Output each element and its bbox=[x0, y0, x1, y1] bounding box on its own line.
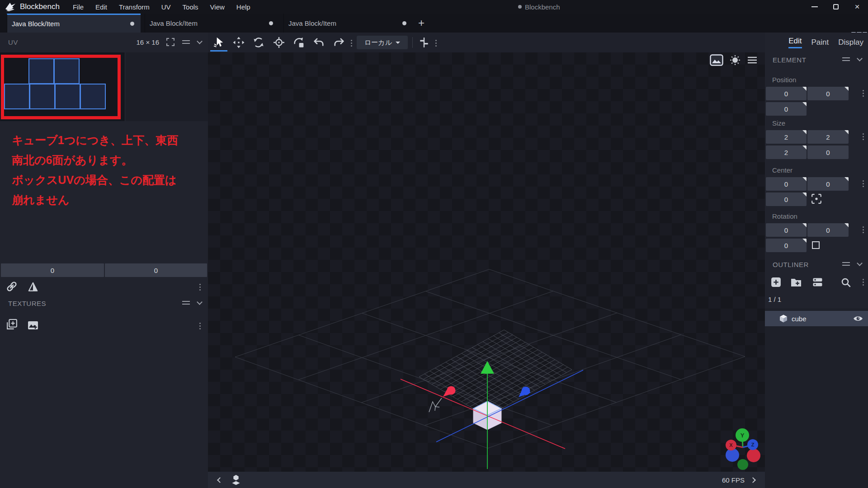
size-x-field[interactable]: 2 bbox=[766, 130, 807, 144]
move-tool[interactable] bbox=[231, 37, 246, 48]
center-z-field[interactable]: 0 bbox=[766, 192, 807, 206]
transform-space-dropdown[interactable]: ローカル bbox=[357, 36, 408, 49]
y-axis-arrow[interactable] bbox=[481, 361, 494, 374]
add-group-icon[interactable] bbox=[790, 277, 802, 287]
project-tab-1[interactable]: Java Block/Item bbox=[7, 14, 141, 33]
gizmo-neg-x[interactable] bbox=[747, 449, 760, 462]
search-icon[interactable] bbox=[840, 277, 851, 288]
rotate-tool[interactable] bbox=[251, 37, 266, 48]
titlebar: Blockbench File Edit Transform UV Tools … bbox=[0, 0, 868, 14]
collapse-panel-icon[interactable] bbox=[857, 56, 863, 61]
panel-drag-handle-icon[interactable] bbox=[182, 40, 190, 44]
annotation-highlight-rect bbox=[1, 55, 121, 119]
rotation-z-field[interactable]: 0 bbox=[766, 239, 807, 252]
menu-tools[interactable]: Tools bbox=[177, 1, 204, 13]
more-tools-icon[interactable] bbox=[351, 42, 352, 44]
rotation-x-field[interactable]: 0 bbox=[766, 223, 807, 237]
rotation-y-field[interactable]: 0 bbox=[807, 223, 849, 237]
z-axis-marker bbox=[802, 239, 807, 243]
mouse-cursor-icon bbox=[429, 398, 442, 412]
outliner-view-toggle-icon[interactable] bbox=[812, 277, 823, 287]
more-options-icon[interactable] bbox=[863, 282, 864, 283]
undo-button[interactable] bbox=[311, 37, 326, 48]
ground-plane-icon[interactable] bbox=[230, 474, 242, 486]
svg-text:Z: Z bbox=[751, 442, 755, 447]
center-x-field[interactable]: 0 bbox=[766, 177, 807, 191]
unsaved-dot-icon bbox=[518, 5, 522, 9]
center-y-field[interactable]: 0 bbox=[807, 177, 849, 191]
window-title-label: Blockbench bbox=[525, 3, 560, 11]
position-x-field[interactable]: 0 bbox=[766, 87, 807, 100]
more-options-icon[interactable] bbox=[863, 229, 864, 230]
pivot-tool[interactable] bbox=[272, 37, 286, 48]
viewport-menu-icon[interactable] bbox=[747, 55, 758, 66]
collapse-panel-icon[interactable] bbox=[197, 299, 203, 305]
select-gizmo-tool[interactable] bbox=[212, 37, 226, 48]
symmetry-slider-icon[interactable] bbox=[417, 37, 431, 48]
menu-help[interactable]: Help bbox=[231, 1, 256, 13]
maximize-button[interactable] bbox=[832, 3, 840, 10]
y-axis-marker bbox=[844, 223, 849, 227]
position-z-field[interactable]: 0 bbox=[766, 102, 807, 116]
panel-drag-handle-icon[interactable] bbox=[842, 262, 850, 266]
menu-edit[interactable]: Edit bbox=[90, 1, 113, 13]
more-options-icon[interactable] bbox=[863, 136, 864, 137]
more-options-icon[interactable] bbox=[199, 286, 201, 288]
import-texture-icon[interactable] bbox=[27, 320, 39, 331]
panel-drag-handle-icon[interactable] bbox=[842, 57, 850, 61]
rescale-toggle-icon[interactable] bbox=[812, 241, 820, 249]
visibility-eye-icon[interactable] bbox=[853, 315, 863, 322]
fps-counter: 60 FPS bbox=[722, 476, 745, 484]
uv-texture-size: 16 × 16 bbox=[137, 38, 159, 46]
expand-statusbar-icon[interactable] bbox=[750, 477, 756, 483]
gizmo-neg-y[interactable] bbox=[737, 459, 748, 470]
more-options-icon[interactable] bbox=[863, 93, 864, 94]
inflate-field[interactable]: 0 bbox=[807, 145, 849, 159]
outliner-item-cube[interactable]: cube bbox=[765, 311, 868, 326]
link-uv-icon[interactable] bbox=[5, 280, 18, 293]
add-texture-icon[interactable] bbox=[5, 319, 18, 331]
minimize-button[interactable] bbox=[811, 3, 818, 10]
lighting-sun-icon[interactable] bbox=[729, 54, 741, 66]
element-panel-title: ELEMENT bbox=[773, 56, 806, 64]
project-tab-3[interactable]: Java Block/Item bbox=[283, 14, 413, 33]
uv-editor-canvas[interactable] bbox=[0, 52, 208, 121]
close-button[interactable]: × bbox=[854, 3, 861, 10]
redo-button[interactable] bbox=[332, 37, 346, 48]
panel-drag-handle-icon[interactable] bbox=[182, 301, 190, 305]
size-z-field[interactable]: 2 bbox=[766, 145, 807, 159]
viewport-3d[interactable]: Y X Z bbox=[208, 52, 765, 472]
more-options-icon[interactable] bbox=[435, 42, 437, 44]
uv-u-field[interactable]: 0 bbox=[1, 263, 104, 277]
unsaved-dot-icon bbox=[402, 21, 406, 25]
collapse-panel-icon[interactable] bbox=[197, 38, 203, 44]
new-tab-button[interactable]: + bbox=[414, 14, 429, 33]
app-brand: Blockbench bbox=[5, 2, 60, 12]
more-options-icon[interactable] bbox=[199, 325, 201, 327]
more-options-icon[interactable] bbox=[863, 183, 864, 184]
z-axis-marker bbox=[802, 192, 807, 197]
outliner-item-label: cube bbox=[792, 315, 807, 323]
position-y-field[interactable]: 0 bbox=[807, 87, 849, 100]
size-y-field[interactable]: 2 bbox=[807, 130, 849, 144]
view-axis-gizmo[interactable]: Y X Z bbox=[726, 428, 760, 470]
mirror-uv-icon[interactable] bbox=[27, 281, 39, 293]
collapse-panel-icon[interactable] bbox=[857, 260, 863, 266]
tab-edit[interactable]: Edit bbox=[788, 37, 802, 48]
y-axis-marker bbox=[844, 87, 849, 91]
tab-display[interactable]: Display bbox=[838, 38, 863, 47]
add-cube-icon[interactable] bbox=[770, 277, 782, 288]
fullscreen-icon[interactable] bbox=[166, 38, 175, 46]
menu-file[interactable]: File bbox=[67, 1, 90, 13]
collapse-statusbar-icon[interactable] bbox=[217, 477, 223, 483]
project-tab-2[interactable]: Java Block/Item bbox=[145, 14, 279, 33]
screenshot-image-icon[interactable] bbox=[710, 54, 723, 66]
tab-paint[interactable]: Paint bbox=[811, 38, 829, 47]
menu-uv[interactable]: UV bbox=[156, 1, 177, 13]
resize-rotate-tool[interactable] bbox=[291, 37, 306, 48]
uv-v-field[interactable]: 0 bbox=[105, 263, 207, 277]
z-axis-line bbox=[436, 370, 583, 442]
menu-view[interactable]: View bbox=[204, 1, 231, 13]
center-pivot-icon[interactable] bbox=[811, 193, 822, 204]
menu-transform[interactable]: Transform bbox=[113, 1, 156, 13]
